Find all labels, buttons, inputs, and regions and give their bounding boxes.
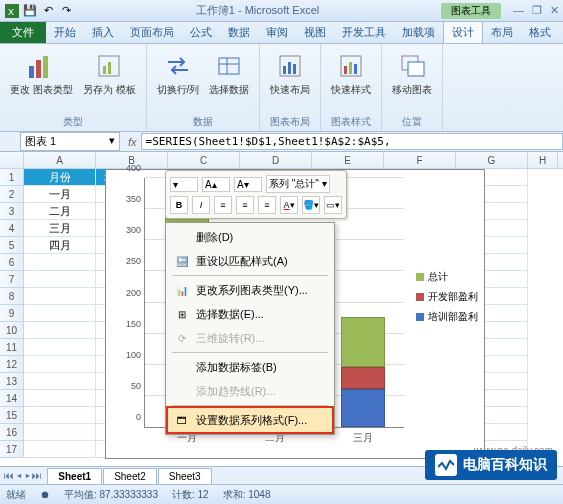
quick-access-toolbar: X 💾 ↶ ↷ (0, 3, 74, 19)
align-left-button[interactable]: ≡ (214, 196, 232, 214)
status-bar: 就绪 ⏺ 平均值: 87.33333333 计数: 12 求和: 1048 (0, 484, 563, 504)
row-header[interactable]: 5 (0, 237, 24, 254)
change-chart-type-button[interactable]: 更改 图表类型 (6, 48, 77, 97)
menu-select-data[interactable]: ⊞选择数据(E)... (168, 302, 332, 326)
tab-insert[interactable]: 插入 (84, 22, 122, 43)
col-header[interactable]: C (168, 152, 240, 168)
menu-format-series[interactable]: 🗔设置数据系列格式(F)... (168, 408, 332, 432)
excel-icon[interactable]: X (4, 3, 20, 19)
column-headers: A B C D E F G H (0, 152, 563, 169)
tab-formulas[interactable]: 公式 (182, 22, 220, 43)
row-header[interactable]: 13 (0, 373, 24, 390)
row-header[interactable]: 11 (0, 339, 24, 356)
cell[interactable]: 月份 (24, 169, 96, 186)
cell[interactable]: 四月 (24, 237, 96, 254)
restore-icon[interactable]: ❐ (532, 4, 542, 17)
bold-button[interactable]: B (170, 196, 188, 214)
close-icon[interactable]: ✕ (550, 4, 559, 17)
row-header[interactable]: 6 (0, 254, 24, 271)
cell[interactable]: 二月 (24, 203, 96, 220)
row-header[interactable]: 3 (0, 203, 24, 220)
menu-delete[interactable]: 删除(D) (168, 225, 332, 249)
tab-chart-layout[interactable]: 布局 (483, 22, 521, 43)
sheet-tab[interactable]: Sheet2 (103, 468, 157, 484)
sheet-tab[interactable]: Sheet1 (47, 468, 102, 484)
font-shrink[interactable]: A▾ (234, 177, 262, 192)
chart-legend[interactable]: 总计 开发部盈利 培训部盈利 (416, 270, 478, 330)
row-header[interactable]: 14 (0, 390, 24, 407)
quick-layout-button[interactable]: 快速布局 (266, 48, 314, 97)
tab-chart-format[interactable]: 格式 (521, 22, 559, 43)
legend-item[interactable]: 总计 (416, 270, 478, 284)
menu-add-labels[interactable]: 添加数据标签(B) (168, 355, 332, 379)
ribbon-group-data: 切换行/列 选择数据 数据 (147, 44, 261, 131)
minimize-icon[interactable]: — (513, 4, 524, 17)
tab-view[interactable]: 视图 (296, 22, 334, 43)
col-header[interactable]: H (528, 152, 558, 168)
formula-input[interactable]: =SERIES(Sheet1!$D$1,Sheet1!$A$2:$A$5, (141, 133, 563, 150)
col-header[interactable]: D (240, 152, 312, 168)
row-header[interactable]: 9 (0, 305, 24, 322)
border-button[interactable]: ▭▾ (324, 196, 342, 214)
series-selector[interactable]: 系列 "总计" ▾ (266, 175, 330, 193)
row-header[interactable]: 10 (0, 322, 24, 339)
font-color-button[interactable]: A▾ (280, 196, 298, 214)
tab-review[interactable]: 审阅 (258, 22, 296, 43)
switch-row-col-button[interactable]: 切换行/列 (153, 48, 204, 97)
row-header[interactable]: 15 (0, 407, 24, 424)
select-all-corner[interactable] (0, 152, 24, 168)
sheet-nav[interactable]: ⏮ ◀ ▶ ⏭ (0, 470, 46, 481)
italic-button[interactable]: I (192, 196, 210, 214)
save-icon[interactable]: 💾 (22, 3, 38, 19)
undo-icon[interactable]: ↶ (40, 3, 56, 19)
align-right-button[interactable]: ≡ (258, 196, 276, 214)
ribbon-group-location: 移动图表 位置 (382, 44, 443, 131)
name-box[interactable]: 图表 1 ▾ (20, 132, 120, 151)
sheet-tab[interactable]: Sheet3 (158, 468, 212, 484)
tab-addins[interactable]: 加载项 (394, 22, 443, 43)
macro-record-icon[interactable]: ⏺ (40, 489, 50, 500)
row-header[interactable]: 2 (0, 186, 24, 203)
row-header[interactable]: 1 (0, 169, 24, 186)
dropdown-icon[interactable]: ▾ (109, 134, 115, 149)
save-template-button[interactable]: 另存为 模板 (79, 48, 140, 97)
row-header[interactable]: 17 (0, 441, 24, 458)
tab-home[interactable]: 开始 (46, 22, 84, 43)
tab-page-layout[interactable]: 页面布局 (122, 22, 182, 43)
menu-reset-style[interactable]: 🔙重设以匹配样式(A) (168, 249, 332, 273)
col-header[interactable]: F (384, 152, 456, 168)
font-size-select[interactable]: ▾ (170, 177, 198, 192)
col-header[interactable]: A (24, 152, 96, 168)
select-data-button[interactable]: 选择数据 (205, 48, 253, 97)
title-bar: X 💾 ↶ ↷ 工作簿1 - Microsoft Excel 图表工具 — ❐ … (0, 0, 563, 22)
col-header[interactable]: G (456, 152, 528, 168)
menu-change-type[interactable]: 📊更改系列图表类型(Y)... (168, 278, 332, 302)
svg-rect-4 (43, 56, 48, 78)
move-chart-button[interactable]: 移动图表 (388, 48, 436, 97)
row-header[interactable]: 4 (0, 220, 24, 237)
cell[interactable]: 一月 (24, 186, 96, 203)
fx-icon[interactable]: fx (128, 136, 137, 148)
legend-item[interactable]: 开发部盈利 (416, 290, 478, 304)
row-header[interactable]: 8 (0, 288, 24, 305)
redo-icon[interactable]: ↷ (58, 3, 74, 19)
svg-rect-16 (344, 66, 347, 74)
cell[interactable]: 三月 (24, 220, 96, 237)
svg-rect-18 (354, 64, 357, 74)
mini-toolbar: ▾ A▴ A▾ 系列 "总计" ▾ B I ≡ ≡ ≡ A▾ 🪣▾ ▭▾ (165, 170, 347, 219)
row-header[interactable]: 16 (0, 424, 24, 441)
move-chart-icon (396, 50, 428, 82)
tab-data[interactable]: 数据 (220, 22, 258, 43)
quick-style-button[interactable]: 快速样式 (327, 48, 375, 97)
bar-stack[interactable]: 三月 (341, 317, 385, 427)
row-header[interactable]: 7 (0, 271, 24, 288)
file-tab[interactable]: 文件 (0, 22, 46, 43)
col-header[interactable]: E (312, 152, 384, 168)
align-center-button[interactable]: ≡ (236, 196, 254, 214)
fill-color-button[interactable]: 🪣▾ (302, 196, 320, 214)
font-grow[interactable]: A▴ (202, 177, 230, 192)
legend-item[interactable]: 培训部盈利 (416, 310, 478, 324)
tab-developer[interactable]: 开发工具 (334, 22, 394, 43)
row-header[interactable]: 12 (0, 356, 24, 373)
tab-design[interactable]: 设计 (443, 21, 483, 43)
